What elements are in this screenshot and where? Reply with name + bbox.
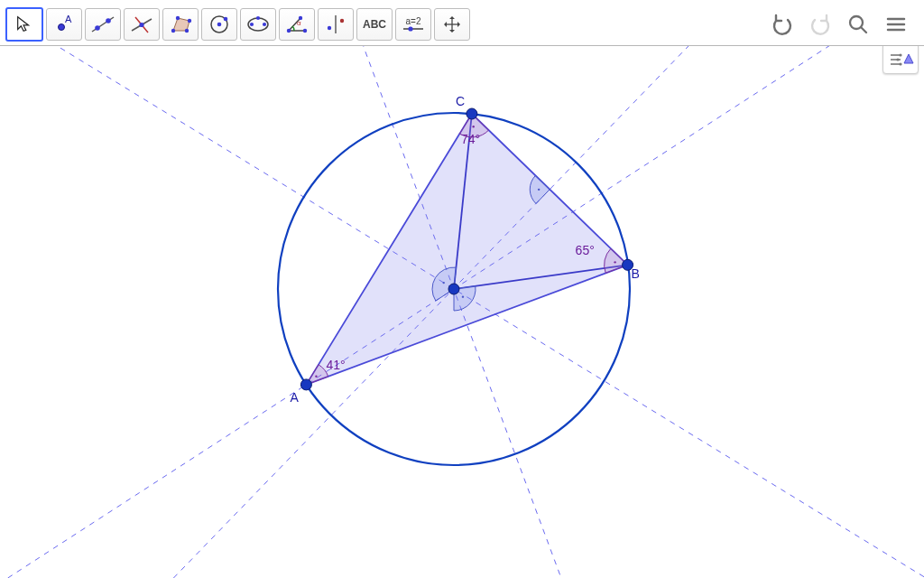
- svg-point-49: [538, 189, 540, 191]
- redo-button[interactable]: [807, 11, 834, 38]
- svg-point-9: [171, 29, 175, 33]
- search-button[interactable]: [845, 11, 872, 38]
- tool-text-label: ABC: [363, 18, 386, 31]
- svg-point-16: [248, 18, 268, 31]
- svg-point-17: [250, 23, 254, 26]
- svg-point-59: [899, 62, 901, 65]
- svg-point-15: [224, 17, 228, 22]
- tool-move[interactable]: [5, 7, 43, 42]
- tool-angle[interactable]: α: [279, 8, 315, 41]
- tool-slider-label: a=2: [406, 17, 421, 25]
- menu-button[interactable]: [882, 11, 910, 38]
- svg-marker-8: [173, 18, 189, 31]
- graphics-canvas[interactable]: A B C 41° 65° 74°: [0, 42, 924, 578]
- svg-point-7: [139, 23, 143, 27]
- tool-point[interactable]: A: [46, 8, 82, 41]
- svg-point-4: [106, 18, 111, 23]
- svg-point-21: [303, 29, 307, 33]
- svg-point-25: [328, 26, 331, 30]
- svg-line-2: [92, 17, 114, 32]
- svg-point-18: [263, 23, 266, 26]
- svg-point-58: [896, 58, 899, 61]
- svg-point-50: [300, 379, 311, 390]
- svg-point-57: [899, 53, 901, 56]
- svg-point-44: [315, 376, 317, 378]
- svg-line-32: [861, 27, 866, 33]
- svg-point-10: [185, 29, 189, 33]
- svg-point-48: [462, 295, 464, 297]
- svg-point-1: [59, 24, 65, 31]
- tool-reflect[interactable]: [318, 8, 354, 41]
- svg-text:α: α: [297, 19, 301, 27]
- svg-point-22: [299, 16, 302, 20]
- tool-perpendicular[interactable]: [124, 8, 160, 41]
- tool-move-graphics[interactable]: [434, 8, 470, 41]
- svg-point-53: [448, 284, 459, 294]
- svg-point-51: [623, 259, 633, 270]
- tool-slider[interactable]: a=2: [395, 8, 431, 41]
- tool-circle[interactable]: [201, 8, 237, 41]
- toolbar: A: [0, 0, 924, 46]
- svg-point-46: [472, 126, 474, 127]
- svg-marker-60: [904, 54, 913, 63]
- undo-button[interactable]: [769, 11, 796, 38]
- svg-point-26: [340, 19, 344, 23]
- svg-line-5: [132, 19, 152, 31]
- header-right: [769, 11, 919, 38]
- stylebar-toggle[interactable]: [882, 45, 919, 74]
- svg-point-3: [95, 25, 100, 31]
- tool-line[interactable]: [85, 8, 121, 41]
- tool-polygon[interactable]: [162, 8, 199, 41]
- svg-point-45: [614, 261, 615, 263]
- geometry-svg: [0, 42, 924, 578]
- svg-point-13: [211, 16, 227, 33]
- svg-point-19: [256, 16, 260, 20]
- svg-point-14: [217, 23, 222, 27]
- svg-text:A: A: [65, 14, 72, 24]
- tool-conic[interactable]: [240, 8, 276, 41]
- svg-point-28: [408, 26, 412, 31]
- svg-line-6: [135, 17, 148, 33]
- svg-point-47: [443, 282, 445, 284]
- svg-point-12: [176, 16, 180, 20]
- tool-text[interactable]: ABC: [356, 8, 393, 41]
- svg-point-52: [467, 108, 477, 119]
- svg-point-20: [287, 29, 291, 33]
- svg-point-11: [188, 19, 191, 23]
